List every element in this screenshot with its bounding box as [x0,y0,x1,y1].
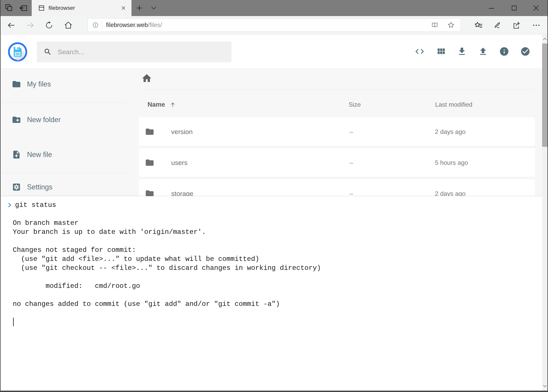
tab-title: filebrowser [49,5,121,11]
settings-more-button[interactable] [529,16,543,35]
home-outline-icon [64,21,73,30]
sidebar-item-settings[interactable]: Settings [0,178,127,196]
search-box[interactable] [37,42,231,62]
terminal-panel[interactable]: git status On branch master Your branch … [0,196,542,391]
url-separator [102,21,102,29]
site-info-icon[interactable] [92,22,99,28]
scrollbar-thumb[interactable] [542,43,548,147]
add-favorite-star-icon[interactable] [447,21,455,29]
tab-bar: filebrowser [0,0,548,16]
sidebar-item-new-file[interactable]: New file [0,145,127,164]
share-icon [512,21,521,30]
window-border [0,391,548,392]
favorites-hub-icon [474,21,483,30]
back-button[interactable] [4,16,18,35]
file-name: version [171,117,193,146]
maximize-button[interactable] [507,0,521,16]
settings-gear-icon [12,182,21,192]
listing-header: Name Size Last modified [139,98,535,111]
download-icon [457,46,467,56]
annotate-button[interactable] [491,16,504,35]
browser-window: filebrowser [0,0,548,392]
info-circle-icon [499,46,509,56]
tab-filebrowser[interactable]: filebrowser [32,0,132,16]
terminal-prompt-line: git status [8,201,542,210]
filebrowser-logo[interactable] [8,42,28,62]
minimize-button[interactable] [485,0,498,16]
check-circle-icon [520,46,530,56]
sidebar-divider [1,173,127,173]
file-row-version[interactable]: version – 2 days ago [139,117,535,146]
plus-icon [136,4,143,12]
app-header [0,35,542,69]
tab-list-button[interactable] [147,0,160,16]
column-header-last-modified[interactable]: Last modified [435,98,472,111]
breadcrumb-home-button[interactable] [141,73,152,84]
new-folder-icon [12,115,21,125]
forward-arrow-icon [26,21,35,30]
home-button[interactable] [62,16,75,35]
new-tab-button[interactable] [133,0,146,16]
new-file-icon [12,150,21,159]
select-multiple-button[interactable] [520,46,530,56]
grid-view-button[interactable] [436,46,446,56]
url-host: filebrowser.web [106,21,148,28]
file-size: – [350,117,353,146]
search-input[interactable] [57,48,231,56]
file-size: – [350,148,353,177]
upload-icon [478,46,488,56]
url-path: /files/ [148,21,162,28]
page-favicon-icon [38,5,45,12]
sidebar-item-label: New folder [27,116,61,124]
sidebar-item-label: Settings [27,183,52,191]
column-header-size[interactable]: Size [349,98,361,111]
chevron-up-icon [543,38,547,40]
maximize-icon [510,4,518,12]
refresh-icon [45,21,53,29]
back-arrow-icon [7,21,16,30]
sidebar-item-label: New file [27,150,52,159]
folder-icon [145,158,154,167]
folder-icon [145,127,154,136]
sort-ascending-icon [169,101,176,108]
set-tabs-aside-button[interactable] [16,0,30,16]
close-window-button[interactable] [529,0,543,16]
info-button[interactable] [499,46,509,56]
sidebar-item-new-folder[interactable]: New folder [0,110,127,129]
sidebar-item-label: My files [27,80,51,88]
refresh-button[interactable] [42,16,56,35]
favorites-hub-button[interactable] [472,16,486,35]
address-bar[interactable]: filebrowser.web/files/ [88,18,461,32]
code-brackets-icon [415,46,425,56]
page-scrollbar[interactable] [542,35,548,391]
search-icon [44,48,52,56]
file-modified: 2 days ago [435,117,466,146]
raw-editor-button[interactable] [415,46,425,56]
sidebar-divider [1,102,127,102]
file-modified: 5 hours ago [435,148,468,177]
download-button[interactable] [457,46,467,56]
terminal-command: git status [15,201,56,209]
home-icon [141,73,152,84]
forward-button[interactable] [23,16,37,35]
chevron-down-icon [150,5,157,11]
grid-view-icon [436,46,446,56]
terminal-cursor [13,318,14,326]
tab-preview-icon [4,4,13,13]
share-button[interactable] [510,16,524,35]
upload-button[interactable] [478,46,488,56]
address-toolbar: filebrowser.web/files/ [0,16,548,35]
close-icon [532,4,540,12]
chevron-down-icon [543,385,547,387]
scrollbar-up-button[interactable] [542,35,548,43]
url-text: filebrowser.web/files/ [106,21,162,28]
tab-preview-button[interactable] [2,0,16,16]
column-header-name[interactable]: Name [147,98,176,111]
reading-view-icon[interactable] [431,21,438,29]
window-border [0,0,0,392]
scrollbar-down-button[interactable] [542,382,548,391]
sidebar-item-my-files[interactable]: My files [0,75,127,94]
file-row-users[interactable]: users – 5 hours ago [139,148,535,177]
file-name: users [171,148,187,177]
tab-close-icon[interactable] [121,6,126,11]
